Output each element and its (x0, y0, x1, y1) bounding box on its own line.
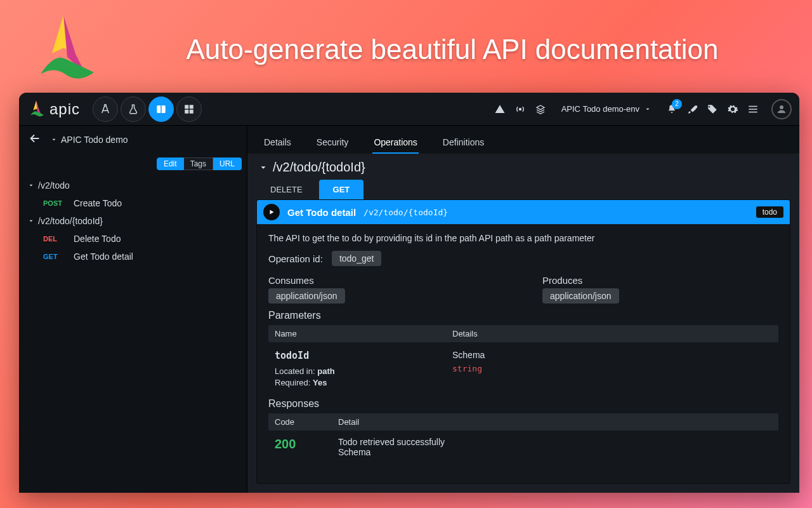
gear-icon (727, 104, 738, 115)
param-required: Required: Yes (275, 378, 452, 387)
layers-icon[interactable] (535, 104, 546, 115)
tags-button[interactable]: Tags (184, 157, 213, 170)
compass-icon (100, 104, 111, 115)
notification-badge: 2 (672, 99, 682, 109)
play-icon (268, 208, 275, 216)
app-window: apic (19, 93, 799, 493)
operation-tag: todo (756, 206, 783, 218)
tree-node[interactable]: /v2/todo (25, 177, 240, 194)
tree-op[interactable]: GET Get Todo detail (38, 248, 240, 265)
op-label: Delete Todo (74, 234, 121, 244)
chevron-down-icon (28, 182, 34, 189)
method-tab-get[interactable]: GET (319, 180, 364, 199)
breadcrumb-area: APIC Todo demo (19, 126, 247, 154)
th-code: Code (275, 417, 338, 427)
operation-card: Get Todo detail /v2/todo/{todoId} todo T… (256, 199, 790, 484)
arrow-left-icon (28, 131, 42, 145)
opid-value: todo_get (332, 251, 382, 266)
tester-mode-button[interactable] (121, 97, 146, 122)
run-button[interactable] (263, 204, 280, 220)
operation-path: /v2/todo/{todoId} (363, 208, 448, 217)
svg-rect-4 (190, 109, 193, 113)
consumes-section: Consumes application/json (268, 275, 504, 301)
produces-value: application/json (542, 288, 619, 304)
settings-button[interactable] (727, 104, 738, 115)
subbar: APIC Todo demo Details Security Operatio… (19, 126, 799, 154)
th-detail: Details (452, 329, 772, 338)
svg-rect-3 (185, 109, 188, 113)
brand-name: apic (49, 100, 80, 118)
param-detail-cell: Schema string (452, 350, 772, 389)
url-button[interactable]: URL (213, 157, 242, 170)
operation-id-row: Operation id: todo_get (268, 251, 778, 266)
path-header[interactable]: /v2/todo/{todoId} (247, 154, 799, 177)
tab-operations[interactable]: Operations (372, 131, 418, 154)
svg-rect-1 (185, 105, 188, 109)
method-tabs: DELETE GET (247, 177, 799, 199)
tab-definitions[interactable]: Definitions (442, 131, 485, 154)
broadcast-icon[interactable] (514, 104, 526, 115)
environment-selector[interactable]: APIC Todo demo-env (555, 102, 657, 116)
th-detail: Detail (338, 417, 772, 427)
tree-node[interactable]: /v2/todo/{todoId} (25, 212, 240, 230)
tab-details[interactable]: Details (263, 131, 292, 154)
promo-title: Auto-generate beautiful API documentatio… (124, 34, 780, 66)
promo-banner: Auto-generate beautiful API documentatio… (0, 0, 812, 94)
warning-icon[interactable] (494, 104, 506, 115)
chevron-down-icon (259, 163, 268, 172)
opid-label: Operation id: (268, 253, 323, 264)
edit-button[interactable]: Edit (157, 157, 184, 170)
svg-rect-8 (749, 111, 757, 112)
apic-logo-icon (27, 100, 46, 119)
method-badge: DEL (43, 235, 65, 243)
svg-point-0 (105, 104, 107, 106)
svg-point-9 (780, 105, 783, 109)
endpoint-tree: /v2/todo POST Create Todo /v2/todo/{todo… (19, 174, 247, 272)
sidebar: Edit Tags URL /v2/todo POST Create Todo (19, 154, 247, 493)
consumes-label: Consumes (268, 275, 504, 286)
produces-label: Produces (542, 275, 778, 286)
produces-section: Produces application/json (542, 275, 778, 301)
grid-icon (183, 104, 195, 115)
flask-icon (128, 104, 139, 115)
param-name-cell: todoId Located in: path Required: Yes (275, 350, 452, 389)
params-table-header: Name Details (268, 325, 778, 342)
account-button[interactable] (771, 99, 792, 119)
responses-title: Responses (268, 398, 778, 410)
tag-icon[interactable] (707, 104, 718, 115)
method-tab-delete[interactable]: DELETE (256, 180, 317, 199)
param-name: todoId (275, 350, 452, 361)
hamburger-icon (747, 104, 759, 115)
notifications-button[interactable]: 2 (666, 104, 678, 115)
topbar-right: APIC Todo demo-env 2 (494, 99, 792, 119)
tree-path: /v2/todo (38, 180, 70, 190)
chevron-down-icon (645, 106, 651, 112)
th-name: Name (275, 329, 452, 338)
schema-label: Schema (452, 350, 772, 360)
main-panel: /v2/todo/{todoId} DELETE GET Get Todo de… (247, 154, 799, 493)
book-icon (155, 104, 167, 115)
chevron-down-icon (28, 218, 34, 224)
mode-switcher (93, 97, 202, 122)
back-button[interactable] (28, 131, 42, 148)
dashboard-mode-button[interactable] (176, 97, 202, 122)
path-text: /v2/todo/{todoId} (273, 160, 365, 175)
docs-mode-button[interactable] (148, 97, 174, 122)
project-dropdown[interactable]: APIC Todo demo (51, 135, 128, 145)
menu-button[interactable] (747, 104, 759, 115)
method-badge: GET (43, 253, 65, 260)
tree-op[interactable]: POST Create Todo (38, 194, 240, 212)
operation-title: Get Todo detail (287, 207, 356, 218)
tab-security[interactable]: Security (315, 131, 350, 154)
tree-op[interactable]: DEL Delete Todo (38, 230, 240, 248)
chevron-down-icon (51, 137, 57, 143)
method-badge: POST (43, 199, 65, 207)
svg-rect-7 (749, 109, 757, 110)
response-row: 200 Todo retrieved successfully Schema (268, 431, 778, 464)
param-type: string (452, 364, 772, 373)
brush-icon[interactable] (686, 104, 698, 115)
designer-mode-button[interactable] (93, 97, 118, 122)
user-icon (776, 104, 787, 115)
param-row: todoId Located in: path Required: Yes (268, 342, 778, 392)
topbar: apic (19, 93, 799, 126)
